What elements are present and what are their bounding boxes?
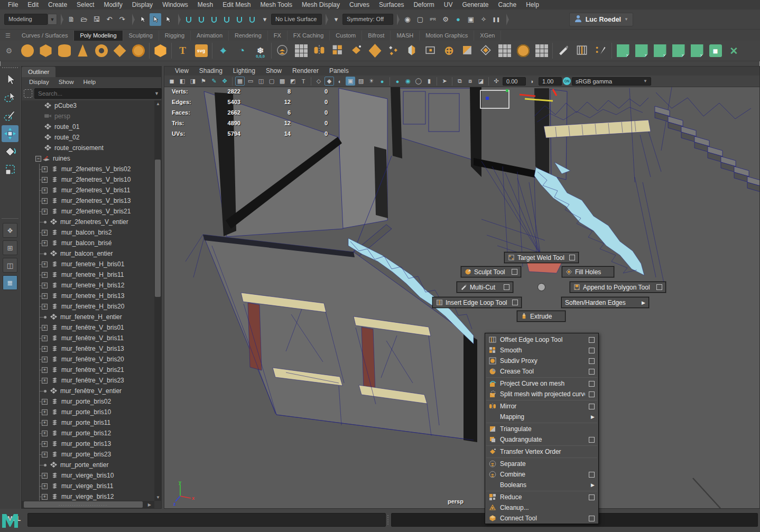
snap-projected-center-icon[interactable] — [221, 13, 233, 26]
shelf-tab-list-icon[interactable]: ☰ — [0, 30, 16, 41]
outliner-item-mur_porte_bris12[interactable]: +mur_porte_bris12 — [22, 428, 154, 438]
toolbar-separator-icon[interactable] — [504, 13, 509, 26]
menu-mesh[interactable]: Mesh — [193, 0, 218, 10]
contrast-icon[interactable]: ◗ — [527, 77, 537, 86]
menu-item-mapping[interactable]: Mapping▶ — [485, 412, 598, 422]
viewport-menu-show[interactable]: Show — [261, 67, 287, 76]
outliner-item-mur_balcon_entier[interactable]: mur_balcon_entier — [22, 248, 154, 259]
shelf-item-platonic-solid[interactable] — [151, 42, 170, 60]
outliner-menu-show[interactable]: Show — [54, 77, 78, 87]
move-tool[interactable] — [2, 125, 18, 142]
marking-menu-item-insert-edge-loop-tool[interactable]: Insert Edge Loop Tool — [432, 297, 522, 308]
scroll-up-icon[interactable]: ▲ — [156, 101, 160, 106]
snap-options-dropdown-icon[interactable]: ▾ — [259, 13, 271, 26]
expand-icon[interactable]: + — [42, 399, 48, 405]
live-surface-field[interactable]: No Live Surface — [271, 14, 322, 25]
color-management-toggle[interactable]: ON — [563, 77, 571, 85]
snap-grid-icon[interactable] — [183, 13, 194, 26]
menu-item-transfer-vertex-order[interactable]: Transfer Vertex Order — [485, 446, 598, 457]
shelf-item-lattice[interactable] — [495, 42, 514, 60]
outliner-item-mur_fenetre_H_entier[interactable]: mur_fenetre_H_entier — [22, 312, 154, 322]
select-object-icon[interactable] — [150, 13, 161, 26]
option-box-icon[interactable] — [504, 284, 509, 290]
user-account-menu[interactable]: Luc Roedel▼ — [569, 13, 633, 26]
toolbar-separator-icon[interactable] — [176, 13, 181, 26]
expand-icon[interactable]: + — [42, 335, 48, 341]
shelf-item-uv-automatic[interactable] — [669, 42, 688, 60]
shelf-tab-poly-modeling[interactable]: Poly Modeling — [74, 31, 123, 41]
shelf-item-uv-editor[interactable]: ▦ — [706, 42, 725, 60]
marking-menu-item-sculpt-tool[interactable]: Sculpt Tool — [461, 266, 521, 277]
menu-item-quadrangulate[interactable]: Quadrangulate — [485, 434, 598, 445]
outliner-item-mur_fenetre_H_bris12[interactable]: +mur_fenetre_H_bris12 — [22, 280, 154, 291]
paint-select-tool[interactable] — [2, 107, 18, 124]
lighting-icon[interactable]: ☀ — [367, 77, 376, 86]
menu-modify[interactable]: Modify — [99, 0, 127, 10]
outliner-item-mur_2fenetres_V_bris11[interactable]: +mur_2fenetres_V_bris11 — [22, 185, 154, 195]
snap-point-icon[interactable] — [208, 13, 220, 26]
snap-curve-icon[interactable] — [196, 13, 207, 26]
shelf-tab-rigging[interactable]: Rigging — [159, 31, 191, 41]
menu-edit[interactable]: Edit — [23, 0, 43, 10]
shelf-tab-custom[interactable]: Custom — [330, 31, 362, 41]
search-input[interactable] — [34, 88, 162, 99]
shelf-tab-xgen[interactable]: XGen — [474, 31, 501, 41]
shelf-item-quad-draw-pen[interactable] — [591, 42, 610, 60]
light-editor-icon[interactable]: ✧ — [478, 13, 489, 26]
option-box-icon[interactable] — [589, 348, 595, 353]
shelf-item-poly-cone[interactable] — [73, 42, 92, 60]
hypershade-icon[interactable]: ● — [452, 13, 464, 26]
menu-item-triangulate[interactable]: Triangulate — [485, 424, 598, 434]
exposure-icon[interactable]: ✣ — [492, 77, 501, 86]
shelf-item-poly-cylinder[interactable] — [55, 42, 73, 60]
expand-icon[interactable]: + — [42, 166, 48, 172]
grid-toggle-icon[interactable]: ▦ — [235, 77, 245, 86]
wireframe-on-shaded-icon[interactable]: ▣ — [346, 77, 355, 86]
expand-icon[interactable]: + — [42, 441, 48, 447]
make-live-icon[interactable] — [246, 13, 258, 26]
menu-windows[interactable]: Windows — [157, 0, 193, 10]
shelf-tab-fx-caching[interactable]: FX Caching — [288, 31, 330, 41]
outliner-item-mur_fenêtre_V_bris23[interactable]: +mur_fenêtre_V_bris23 — [22, 375, 154, 386]
outliner-persp-layout[interactable]: ≣ — [3, 275, 17, 290]
menu-item-offset-edge-loop-tool[interactable]: Offset Edge Loop Tool — [485, 334, 598, 345]
outliner-item-mur_fenêtre_V_bris11[interactable]: +mur_fenêtre_V_bris11 — [22, 333, 154, 343]
outliner-item-mur_porte_bris13[interactable]: +mur_porte_bris13 — [22, 438, 154, 449]
shelf-tab-sculpting[interactable]: Sculpting — [123, 31, 159, 41]
expand-icon[interactable]: + — [42, 473, 48, 479]
outliner-item-mur_2fenetres_V_bris10[interactable]: +mur_2fenetres_V_bris10 — [22, 174, 154, 185]
option-box-icon[interactable] — [589, 516, 595, 521]
option-box-icon[interactable] — [589, 358, 595, 364]
outliner-item-route_01[interactable]: route_01 — [22, 122, 154, 132]
screen-space-ao-icon[interactable]: ● — [393, 77, 402, 86]
expand-icon[interactable]: + — [42, 209, 48, 214]
option-box-icon[interactable] — [589, 391, 595, 397]
shelf-item-blocks[interactable] — [292, 42, 310, 60]
shelf-item-poly-torus[interactable] — [92, 42, 110, 60]
shelf-item-frame[interactable] — [421, 42, 440, 60]
render-view-icon[interactable]: ◉ — [402, 13, 413, 26]
menu-item-smooth[interactable]: Smooth — [485, 345, 598, 356]
exposure-field[interactable]: 0.00 — [503, 77, 526, 86]
menu-mesh-display[interactable]: Mesh Display — [297, 0, 345, 10]
scrollbar-thumb[interactable]: ...................... — [24, 501, 143, 508]
safe-title-icon[interactable]: T — [299, 77, 308, 86]
menu-item-connect-tool[interactable]: Connect Tool — [485, 513, 598, 524]
menu-display[interactable]: Display — [127, 0, 157, 10]
option-box-icon[interactable] — [589, 369, 595, 375]
xray-icon[interactable]: ➤ — [440, 77, 449, 86]
shelf-item-triangulate[interactable] — [458, 42, 477, 60]
camera-bookmark-icon[interactable]: ◨ — [188, 77, 198, 86]
menu-item-separate[interactable]: Separate — [485, 459, 598, 469]
outliner-item-mur_fenetre_H_bris11[interactable]: +mur_fenetre_H_bris11 — [22, 269, 154, 280]
shelf-tab-mash[interactable]: MASH — [391, 31, 420, 41]
expand-icon[interactable]: + — [42, 240, 48, 246]
shelf-item-uv-cylindrical[interactable] — [632, 42, 651, 60]
outliner-item-route_02[interactable]: route_02 — [22, 132, 154, 143]
expand-icon[interactable]: + — [42, 483, 48, 489]
undo-icon[interactable]: ↶ — [104, 13, 115, 26]
multisample-aa-icon[interactable]: ◯ — [414, 77, 423, 86]
outliner-item-mur_fenetre_H_bris20[interactable]: +mur_fenetre_H_bris20 — [22, 301, 154, 312]
expand-icon[interactable]: + — [42, 420, 48, 426]
flat-shade-icon[interactable]: ◐ — [335, 77, 345, 86]
